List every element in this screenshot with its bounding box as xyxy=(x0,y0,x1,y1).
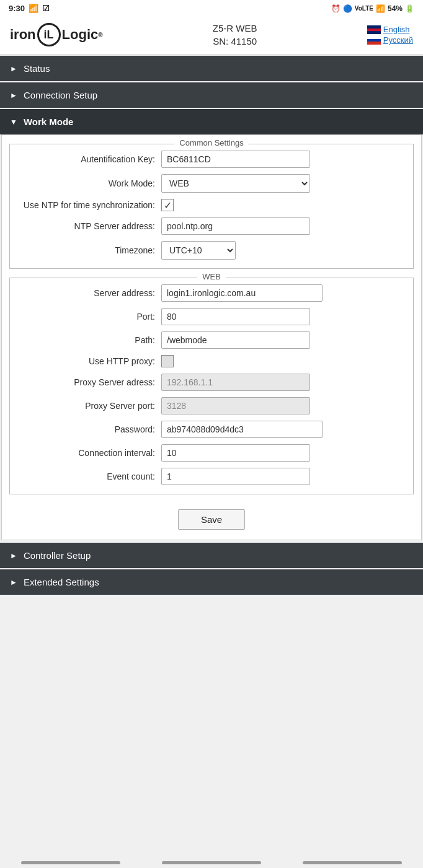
work-mode-select[interactable]: WEB TCP RS485 xyxy=(161,174,310,193)
work-mode-panel: Common Settings Autentification Key: Wor… xyxy=(1,134,422,540)
battery-text: 54% xyxy=(388,4,403,13)
section-controller-label: Controller Setup xyxy=(24,550,91,561)
ntp-server-row: NTP Server address: xyxy=(19,217,404,235)
device-model: Z5-R WEB xyxy=(213,22,257,35)
conn-interval-row: Connection interval: xyxy=(19,444,404,462)
server-input[interactable] xyxy=(161,284,323,302)
lang-en-label[interactable]: English xyxy=(383,25,410,34)
save-row: Save xyxy=(2,501,421,540)
logo-il: iL xyxy=(44,28,54,42)
arrow-controller: ► xyxy=(10,551,17,560)
arrow-work-mode: ▼ xyxy=(10,118,17,126)
lang-en-item[interactable]: English xyxy=(367,25,413,34)
ntp-row: Use NTP for time synchronization: xyxy=(19,199,404,211)
http-proxy-label: Use HTTP proxy: xyxy=(19,356,161,366)
conn-interval-label: Connection interval: xyxy=(19,448,161,458)
section-connection-label: Connection Setup xyxy=(24,90,97,100)
http-proxy-checkbox[interactable] xyxy=(161,355,174,367)
event-count-label: Event count: xyxy=(19,471,161,481)
app-header: iron iL Logic ® Z5-R WEB SN: 41150 Engli… xyxy=(0,17,423,55)
logo: iron iL Logic ® xyxy=(10,23,103,46)
status-right: ⏰ 🔵 VoLTE 📶 54% 🔋 xyxy=(331,4,414,13)
server-row: Server address: xyxy=(19,284,404,302)
signal-icon: 📶 xyxy=(376,4,385,13)
wifi-icon: 📶 xyxy=(29,4,38,13)
work-mode-row: Work Mode: WEB TCP RS485 xyxy=(19,174,404,193)
auth-key-input[interactable] xyxy=(161,151,310,168)
port-label: Port: xyxy=(19,312,161,322)
section-controller[interactable]: ► Controller Setup xyxy=(0,543,423,568)
password-input[interactable] xyxy=(161,421,323,438)
ntp-checkbox[interactable] xyxy=(161,199,174,211)
arrow-extended: ► xyxy=(10,578,17,587)
server-label: Server address: xyxy=(19,288,161,298)
nav-pill-left xyxy=(21,861,120,864)
language-selector[interactable]: English Русский xyxy=(367,25,413,45)
proxy-port-row: Proxy Server port: xyxy=(19,397,404,414)
check-icon: ☑ xyxy=(42,4,50,13)
path-label: Path: xyxy=(19,335,161,345)
alarm-icon: ⏰ xyxy=(331,4,341,13)
arrow-status: ► xyxy=(10,64,17,73)
bluetooth-icon: 🔵 xyxy=(343,4,352,13)
web-settings-group: WEB Server address: Port: Path: Use HTTP… xyxy=(9,278,414,494)
common-settings-group: Common Settings Autentification Key: Wor… xyxy=(9,144,414,269)
logo-reg: ® xyxy=(98,32,102,38)
section-extended[interactable]: ► Extended Settings xyxy=(0,569,423,595)
ntp-server-label: NTP Server address: xyxy=(19,221,161,231)
ntp-label: Use NTP for time synchronization: xyxy=(19,200,161,210)
lang-ru-item[interactable]: Русский xyxy=(367,35,413,45)
arrow-connection: ► xyxy=(10,91,17,100)
empty-space xyxy=(0,595,423,756)
section-extended-label: Extended Settings xyxy=(24,577,99,587)
battery-icon: 🔋 xyxy=(405,4,414,13)
status-bar: 9:30 📶 ☑ ⏰ 🔵 VoLTE 📶 54% 🔋 xyxy=(0,0,423,17)
save-button[interactable]: Save xyxy=(178,509,245,530)
timezone-select[interactable]: UTC+10 UTC+0 UTC+1 UTC+2 UTC+3 UTC+5 UTC… xyxy=(161,241,236,260)
password-row: Password: xyxy=(19,421,404,438)
http-proxy-row: Use HTTP proxy: xyxy=(19,355,404,367)
conn-interval-input[interactable] xyxy=(161,444,310,462)
section-work-mode-label: Work Mode xyxy=(24,116,74,127)
proxy-server-input[interactable] xyxy=(161,374,310,391)
path-input[interactable] xyxy=(161,331,310,349)
auth-key-label: Autentification Key: xyxy=(19,154,161,164)
device-sn: SN: 41150 xyxy=(213,35,257,48)
password-label: Password: xyxy=(19,424,161,434)
flag-uk xyxy=(367,25,381,34)
web-settings-label: WEB xyxy=(197,272,226,281)
section-status-label: Status xyxy=(24,63,50,74)
section-status[interactable]: ► Status xyxy=(0,56,423,81)
event-count-row: Event count: xyxy=(19,468,404,485)
proxy-server-row: Proxy Server adress: xyxy=(19,374,404,391)
proxy-server-label: Proxy Server adress: xyxy=(19,377,161,387)
lang-ru-label[interactable]: Русский xyxy=(383,35,413,45)
bottom-nav xyxy=(0,854,423,868)
ntp-server-input[interactable] xyxy=(161,217,310,235)
lte-icon: VoLTE xyxy=(355,5,373,12)
proxy-port-input[interactable] xyxy=(161,397,310,414)
nav-pill-right xyxy=(303,861,402,864)
device-info: Z5-R WEB SN: 41150 xyxy=(213,22,257,48)
path-row: Path: xyxy=(19,331,404,349)
event-count-input[interactable] xyxy=(161,468,310,485)
port-row: Port: xyxy=(19,308,404,325)
nav-pill-center xyxy=(162,861,261,864)
section-connection[interactable]: ► Connection Setup xyxy=(0,82,423,108)
logo-logic: Logic xyxy=(62,27,99,43)
common-settings-label: Common Settings xyxy=(174,138,248,147)
timezone-row: Timezone: UTC+10 UTC+0 UTC+1 UTC+2 UTC+3… xyxy=(19,241,404,260)
auth-key-row: Autentification Key: xyxy=(19,151,404,168)
logo-circle: iL xyxy=(37,23,61,46)
port-input[interactable] xyxy=(161,308,310,325)
timezone-label: Timezone: xyxy=(19,245,161,255)
status-left: 9:30 📶 ☑ xyxy=(9,4,50,13)
work-mode-field-label: Work Mode: xyxy=(19,178,161,188)
time: 9:30 xyxy=(9,4,25,13)
logo-iron: iron xyxy=(10,27,36,43)
flag-ru xyxy=(367,36,381,45)
section-work-mode[interactable]: ▼ Work Mode xyxy=(0,109,423,134)
proxy-port-label: Proxy Server port: xyxy=(19,401,161,411)
